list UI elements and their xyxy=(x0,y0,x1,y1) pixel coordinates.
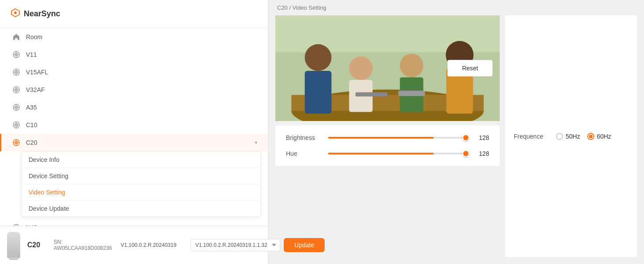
radio-circle-50hz xyxy=(556,133,563,140)
wifi-icon-v32af xyxy=(12,85,21,94)
frequence-label: Frequence xyxy=(514,133,549,140)
svg-rect-42 xyxy=(355,92,388,97)
sidebar-item-label-room: Room xyxy=(26,33,42,40)
sidebar-item-c10[interactable]: C10 xyxy=(0,116,268,134)
content-panels: Reset Brightness 128 Hue xyxy=(268,15,644,264)
sub-menu-item-device-setting[interactable]: Device Setting xyxy=(22,168,260,184)
device-shape-graphic xyxy=(7,232,20,258)
home-icon xyxy=(12,33,21,41)
brightness-panel: Brightness 128 Hue xyxy=(275,125,500,166)
sub-menu-item-video-setting[interactable]: Video Setting xyxy=(22,184,260,201)
svg-rect-43 xyxy=(398,91,425,96)
device-sn-label: SN: AW05LCAA918D008236 xyxy=(54,239,112,251)
svg-point-1 xyxy=(14,11,17,14)
c20-sub-menu: Device Info Device Setting Video Setting… xyxy=(21,151,261,217)
sidebar-item-label-v11: V11 xyxy=(26,51,37,58)
sidebar-item-label-c10: C10 xyxy=(26,121,37,128)
sidebar-item-label-a35: A35 xyxy=(26,104,37,111)
brightness-thumb xyxy=(462,134,469,141)
sidebar-item-label-v15afl: V15AFL xyxy=(26,69,48,76)
device-info-section: C20 SN: AW05LCAA918D008236 V1.100.0.2.R.… xyxy=(27,239,176,251)
sidebar-item-room[interactable]: Room xyxy=(0,28,268,46)
sub-menu-item-device-update[interactable]: Device Update xyxy=(22,201,260,216)
sidebar-item-label-c20: C20 xyxy=(26,139,37,146)
brightness-value: 128 xyxy=(476,134,489,141)
brightness-fill xyxy=(328,137,434,139)
svg-rect-35 xyxy=(305,71,332,114)
hue-value: 128 xyxy=(476,150,489,157)
frequence-row: Frequence 50Hz 60Hz xyxy=(514,133,628,140)
wifi-icon-c20 xyxy=(12,138,21,147)
reset-button[interactable]: Reset xyxy=(447,60,493,77)
wifi-icon-a35 xyxy=(12,103,21,112)
svg-point-34 xyxy=(305,44,332,71)
hue-track[interactable] xyxy=(328,153,469,154)
radio-label-60hz: 60Hz xyxy=(597,133,611,140)
hue-fill xyxy=(328,153,434,154)
sidebar-item-v32af[interactable]: V32AF xyxy=(0,81,268,99)
device-name-label: C20 xyxy=(27,241,45,249)
brightness-row: Brightness 128 xyxy=(286,134,489,141)
svg-point-36 xyxy=(349,56,373,80)
brightness-track[interactable] xyxy=(328,137,469,139)
sidebar: NearSync Room xyxy=(0,0,268,264)
app-logo-icon xyxy=(11,8,20,20)
device-image xyxy=(7,230,20,260)
chevron-down-icon-c20: ▾ xyxy=(255,139,257,146)
radio-label-50hz: 50Hz xyxy=(566,133,580,140)
sidebar-item-c20[interactable]: C20 ▾ xyxy=(0,134,268,151)
sidebar-item-v15afl[interactable]: V15AFL xyxy=(0,63,268,81)
version-select-dropdown[interactable]: V1.100.0.2.R.20240319.1.1.32 xyxy=(190,239,280,251)
camera-preview: Reset xyxy=(275,15,500,121)
brightness-label: Brightness xyxy=(286,134,321,141)
main-content: C20 / Video Setting xyxy=(268,0,644,264)
device-version-label: V1.100.0.2.R.20240319 xyxy=(121,242,176,248)
breadcrumb: C20 / Video Setting xyxy=(268,0,644,15)
svg-point-38 xyxy=(400,54,423,77)
device-bar: C20 SN: AW05LCAA918D008236 V1.100.0.2.R.… xyxy=(0,226,268,264)
sidebar-header: NearSync xyxy=(0,0,268,28)
video-panel: Reset Brightness 128 Hue xyxy=(275,15,500,257)
hue-label: Hue xyxy=(286,150,321,157)
right-panel: Frequence 50Hz 60Hz xyxy=(505,15,637,257)
wifi-icon-c10 xyxy=(12,121,21,129)
sidebar-item-v11[interactable]: V11 xyxy=(0,46,268,63)
radio-option-60hz[interactable]: 60Hz xyxy=(587,133,611,140)
hue-row: Hue 128 xyxy=(286,150,489,157)
wifi-icon-v11 xyxy=(12,50,21,59)
sub-menu-item-device-info[interactable]: Device Info xyxy=(22,152,260,168)
app-title: NearSync xyxy=(24,9,60,18)
radio-circle-60hz xyxy=(587,133,594,140)
wifi-icon-v15afl xyxy=(12,68,21,77)
sidebar-item-label-v32af: V32AF xyxy=(26,86,45,93)
app-container: NearSync Room xyxy=(0,0,644,264)
hue-thumb xyxy=(462,150,469,157)
frequence-radio-group: 50Hz 60Hz xyxy=(556,133,611,140)
radio-option-50hz[interactable]: 50Hz xyxy=(556,133,580,140)
sidebar-item-a35[interactable]: A35 xyxy=(0,99,268,116)
version-selector: V1.100.0.2.R.20240319.1.1.32 Update xyxy=(190,238,325,252)
update-button[interactable]: Update xyxy=(284,238,325,252)
